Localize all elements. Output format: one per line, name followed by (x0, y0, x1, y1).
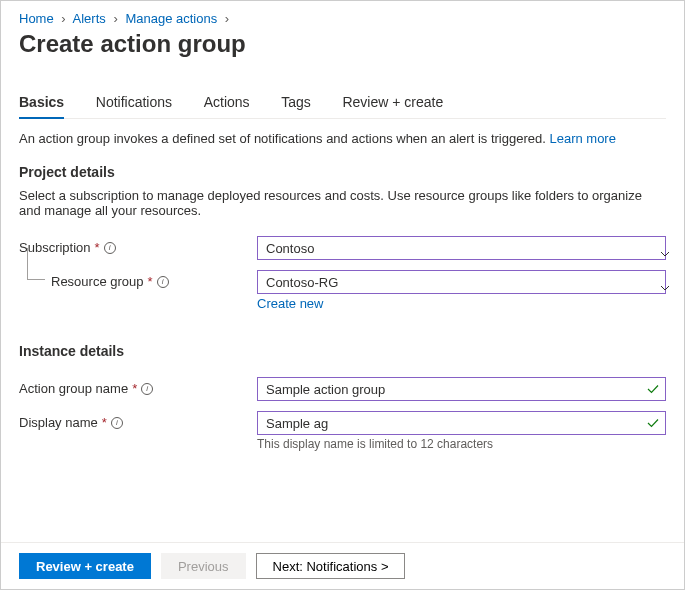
create-new-resource-group-link[interactable]: Create new (257, 296, 323, 311)
page-title: Create action group (19, 30, 666, 58)
check-icon (646, 416, 660, 430)
breadcrumb-manage-actions[interactable]: Manage actions (125, 11, 217, 26)
tree-connector-icon (27, 248, 45, 280)
info-icon[interactable]: i (141, 383, 153, 395)
action-group-name-input[interactable] (257, 377, 666, 401)
section-title-instance-details: Instance details (19, 343, 666, 359)
required-indicator: * (95, 240, 100, 255)
tab-actions[interactable]: Actions (204, 88, 250, 118)
tab-bar: Basics Notifications Actions Tags Review… (19, 88, 666, 119)
breadcrumb-home[interactable]: Home (19, 11, 54, 26)
resource-group-select[interactable]: Contoso-RG (257, 270, 666, 294)
required-indicator: * (132, 381, 137, 396)
check-icon (646, 382, 660, 396)
chevron-right-icon: › (109, 11, 121, 26)
info-icon[interactable]: i (111, 417, 123, 429)
page-description: An action group invokes a defined set of… (19, 131, 666, 146)
action-group-name-label: Action group name * i (19, 377, 257, 396)
info-icon[interactable]: i (157, 276, 169, 288)
subscription-select[interactable]: Contoso (257, 236, 666, 260)
chevron-right-icon: › (221, 11, 233, 26)
breadcrumb-alerts[interactable]: Alerts (73, 11, 106, 26)
chevron-right-icon: › (57, 11, 69, 26)
display-name-input[interactable] (257, 411, 666, 435)
learn-more-link[interactable]: Learn more (549, 131, 615, 146)
section-title-project-details: Project details (19, 164, 666, 180)
display-name-label: Display name * i (19, 411, 257, 430)
info-icon[interactable]: i (104, 242, 116, 254)
footer-bar: Review + create Previous Next: Notificat… (1, 542, 684, 589)
tab-review-create[interactable]: Review + create (342, 88, 443, 118)
tab-tags[interactable]: Tags (281, 88, 311, 118)
required-indicator: * (102, 415, 107, 430)
section-desc-project-details: Select a subscription to manage deployed… (19, 188, 666, 218)
required-indicator: * (148, 274, 153, 289)
next-button[interactable]: Next: Notifications > (256, 553, 406, 579)
review-create-button[interactable]: Review + create (19, 553, 151, 579)
tab-basics[interactable]: Basics (19, 88, 64, 118)
previous-button: Previous (161, 553, 246, 579)
display-name-hint: This display name is limited to 12 chara… (257, 437, 666, 451)
tab-notifications[interactable]: Notifications (96, 88, 172, 118)
subscription-label: Subscription * i (19, 236, 257, 255)
breadcrumb: Home › Alerts › Manage actions › (19, 11, 666, 26)
resource-group-label: Resource group * i (19, 270, 257, 289)
